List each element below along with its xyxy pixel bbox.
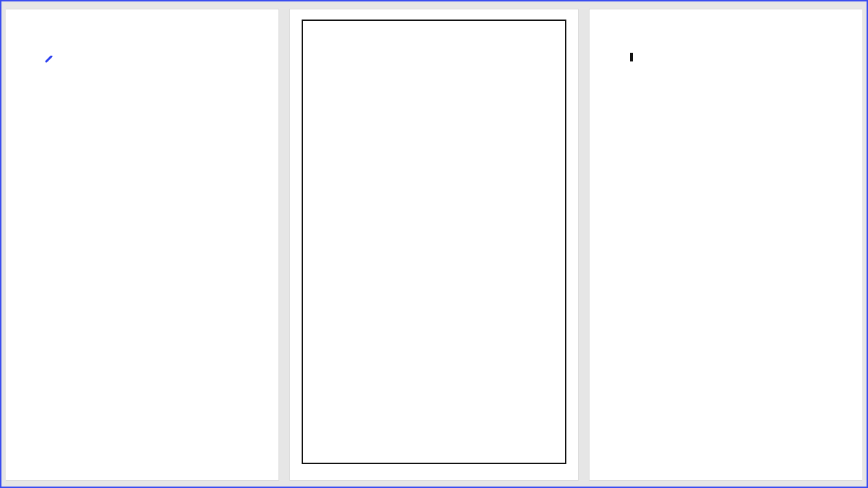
canvas-area[interactable] (1, 1, 867, 487)
brush-stroke-icon (45, 56, 54, 63)
app-viewport (0, 0, 868, 488)
tick-mark-icon (630, 53, 633, 61)
rectangle-shape[interactable] (302, 20, 566, 464)
page-2[interactable] (289, 9, 579, 481)
page-1[interactable] (6, 9, 279, 481)
page-3[interactable] (589, 9, 862, 481)
